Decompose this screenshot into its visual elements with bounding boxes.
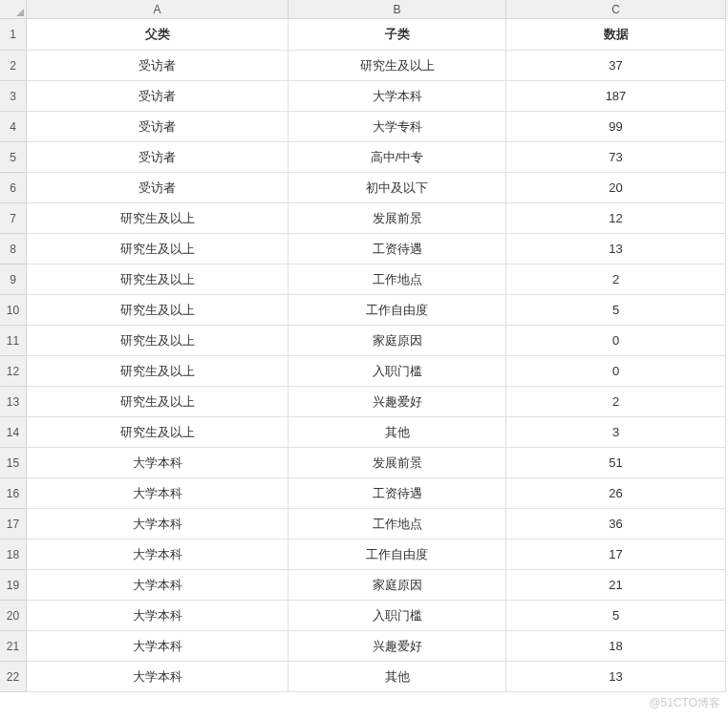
cell-child[interactable]: 入职门槛 [289, 356, 506, 387]
cell-parent[interactable]: 大学本科 [27, 601, 289, 631]
cell-parent[interactable]: 大学本科 [27, 478, 289, 509]
cell-parent[interactable]: 受访者 [27, 51, 289, 81]
cell-data[interactable]: 187 [506, 81, 726, 112]
cell-parent[interactable]: 研究生及以上 [27, 264, 289, 295]
table-row: 16大学本科工资待遇26 [0, 478, 728, 509]
row-header[interactable]: 12 [0, 356, 27, 387]
cell-child[interactable]: 入职门槛 [289, 601, 506, 631]
cell-child[interactable]: 家庭原因 [289, 326, 506, 356]
cell-parent[interactable]: 父类 [27, 19, 289, 51]
row-header[interactable]: 18 [0, 539, 27, 570]
cell-parent[interactable]: 受访者 [27, 112, 289, 142]
cell-child[interactable]: 工资待遇 [289, 234, 506, 264]
cell-parent[interactable]: 受访者 [27, 142, 289, 173]
row-header[interactable]: 16 [0, 478, 27, 509]
cell-data[interactable]: 73 [506, 142, 726, 173]
select-all-corner[interactable] [0, 0, 27, 19]
table-row: 11研究生及以上家庭原因0 [0, 326, 728, 356]
cell-child[interactable]: 研究生及以上 [289, 51, 506, 81]
cell-child[interactable]: 工作地点 [289, 264, 506, 295]
cell-child[interactable]: 工作自由度 [289, 539, 506, 570]
cell-child[interactable]: 初中及以下 [289, 173, 506, 203]
cell-child[interactable]: 兴趣爱好 [289, 387, 506, 417]
cell-data[interactable]: 17 [506, 539, 726, 570]
cell-data[interactable]: 5 [506, 295, 726, 326]
cell-parent[interactable]: 大学本科 [27, 631, 289, 662]
row-header[interactable]: 8 [0, 234, 27, 264]
cell-parent[interactable]: 研究生及以上 [27, 326, 289, 356]
row-header[interactable]: 19 [0, 570, 27, 601]
row-header[interactable]: 9 [0, 264, 27, 295]
cell-data[interactable]: 0 [506, 326, 726, 356]
cell-child[interactable]: 发展前景 [289, 203, 506, 234]
cell-parent[interactable]: 研究生及以上 [27, 387, 289, 417]
cell-data[interactable]: 2 [506, 387, 726, 417]
cell-parent[interactable]: 受访者 [27, 81, 289, 112]
row-header[interactable]: 14 [0, 417, 27, 448]
cell-child[interactable]: 大学专科 [289, 112, 506, 142]
cell-parent[interactable]: 受访者 [27, 173, 289, 203]
cell-child[interactable]: 高中/中专 [289, 142, 506, 173]
row-header[interactable]: 17 [0, 509, 27, 539]
row-header[interactable]: 10 [0, 295, 27, 326]
cell-parent[interactable]: 大学本科 [27, 509, 289, 539]
cell-data[interactable]: 5 [506, 601, 726, 631]
cell-data[interactable]: 26 [506, 478, 726, 509]
cell-data[interactable]: 0 [506, 356, 726, 387]
column-header-c[interactable]: C [506, 0, 726, 19]
table-row: 20大学本科入职门槛5 [0, 601, 728, 631]
row-header[interactable]: 3 [0, 81, 27, 112]
row-header[interactable]: 13 [0, 387, 27, 417]
cell-parent[interactable]: 研究生及以上 [27, 417, 289, 448]
cell-parent[interactable]: 大学本科 [27, 539, 289, 570]
cell-parent[interactable]: 大学本科 [27, 570, 289, 601]
cell-data[interactable]: 2 [506, 264, 726, 295]
row-header[interactable]: 21 [0, 631, 27, 662]
cell-parent[interactable]: 大学本科 [27, 662, 289, 692]
cell-child[interactable]: 工作自由度 [289, 295, 506, 326]
cell-child[interactable]: 发展前景 [289, 448, 506, 478]
row-header[interactable]: 1 [0, 19, 27, 51]
table-row: 9研究生及以上工作地点2 [0, 264, 728, 295]
cell-parent[interactable]: 研究生及以上 [27, 234, 289, 264]
cell-child[interactable]: 工资待遇 [289, 478, 506, 509]
row-header[interactable]: 6 [0, 173, 27, 203]
cell-data[interactable]: 18 [506, 631, 726, 662]
table-row: 3受访者大学本科187 [0, 81, 728, 112]
cell-data[interactable]: 12 [506, 203, 726, 234]
cell-data[interactable]: 13 [506, 234, 726, 264]
row-header[interactable]: 22 [0, 662, 27, 692]
row-header[interactable]: 7 [0, 203, 27, 234]
cell-data[interactable]: 数据 [506, 19, 726, 51]
cell-child[interactable]: 其他 [289, 417, 506, 448]
cell-data[interactable]: 37 [506, 51, 726, 81]
row-header[interactable]: 2 [0, 51, 27, 81]
row-header[interactable]: 15 [0, 448, 27, 478]
table-row: 15大学本科发展前景51 [0, 448, 728, 478]
cell-child[interactable]: 子类 [289, 19, 506, 51]
cell-data[interactable]: 51 [506, 448, 726, 478]
cell-parent[interactable]: 研究生及以上 [27, 295, 289, 326]
cell-data[interactable]: 13 [506, 662, 726, 692]
cell-data[interactable]: 99 [506, 112, 726, 142]
cell-child[interactable]: 工作地点 [289, 509, 506, 539]
cell-data[interactable]: 3 [506, 417, 726, 448]
cell-parent[interactable]: 研究生及以上 [27, 203, 289, 234]
table-row: 19大学本科家庭原因21 [0, 570, 728, 601]
cell-child[interactable]: 大学本科 [289, 81, 506, 112]
cell-data[interactable]: 36 [506, 509, 726, 539]
row-header[interactable]: 4 [0, 112, 27, 142]
cell-data[interactable]: 21 [506, 570, 726, 601]
row-header[interactable]: 20 [0, 601, 27, 631]
column-header-a[interactable]: A [27, 0, 289, 19]
table-row: 6受访者初中及以下20 [0, 173, 728, 203]
cell-parent[interactable]: 研究生及以上 [27, 356, 289, 387]
cell-data[interactable]: 20 [506, 173, 726, 203]
cell-child[interactable]: 其他 [289, 662, 506, 692]
cell-parent[interactable]: 大学本科 [27, 448, 289, 478]
column-header-b[interactable]: B [289, 0, 506, 19]
cell-child[interactable]: 家庭原因 [289, 570, 506, 601]
row-header[interactable]: 5 [0, 142, 27, 173]
cell-child[interactable]: 兴趣爱好 [289, 631, 506, 662]
row-header[interactable]: 11 [0, 326, 27, 356]
